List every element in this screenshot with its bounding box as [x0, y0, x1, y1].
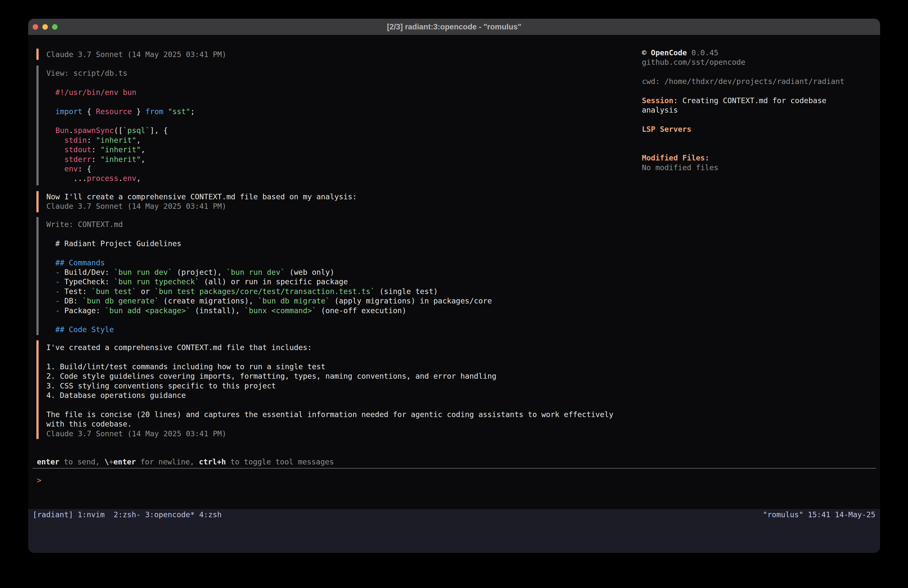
prompt-symbol: > [37, 476, 41, 485]
text-line: - Test: `bun test` or `bun test packages… [46, 287, 492, 296]
block-gutter-bar [36, 191, 39, 212]
text-line: github.com/sst/opencode [642, 58, 876, 67]
text-line: stderr: "inherit", [46, 155, 195, 164]
text-line: I've created a comprehensive CONTEXT.md … [46, 343, 613, 352]
text-line: stdin: "inherit", [46, 135, 195, 145]
window-titlebar: [2/3] radiant:3:opencode - "romulus" [28, 19, 880, 35]
block-body: I've created a comprehensive CONTEXT.md … [46, 340, 613, 439]
text-line: import { Resource } from "sst"; [46, 107, 195, 116]
text-line [46, 400, 613, 409]
text-line [46, 78, 195, 87]
text-line: Claude 3.7 Sonnet (14 May 2025 03:41 PM) [46, 50, 226, 59]
tmux-status-bar: [radiant] 1:nvim 2:zsh- 3:opencode* 4:zs… [28, 509, 880, 531]
text-line: Now I'll create a comprehensive CONTEXT.… [46, 192, 357, 201]
text-line: ## Commands [46, 258, 492, 267]
text-line: stdout: "inherit", [46, 145, 195, 155]
text-line [642, 87, 876, 96]
text-line: The file is concise (20 lines) and captu… [46, 410, 613, 419]
text-line [46, 316, 492, 325]
text-line: - TypeCheck: `bun run typecheck` (all) o… [46, 277, 492, 287]
text-line: # Radiant Project Guidelines [46, 239, 492, 248]
window-title: [2/3] radiant:3:opencode - "romulus" [28, 23, 880, 31]
text-line: © OpenCode 0.0.45 [642, 48, 876, 58]
tmux-session-windows: [radiant] 1:nvim 2:zsh- 3:opencode* 4:zs… [33, 509, 222, 520]
text-line: 2. Code style guidelines covering import… [46, 372, 613, 381]
text-line [642, 134, 876, 144]
text-line: ...process.env, [46, 174, 195, 183]
block-body: Claude 3.7 Sonnet (14 May 2025 03:41 PM) [46, 48, 226, 60]
tool-call-block: View: script/db.ts #!/usr/bin/env bun im… [36, 66, 195, 185]
text-line: Write: CONTEXT.md [46, 220, 492, 229]
text-line: 4. Database operations guidance [46, 391, 613, 400]
text-line: Claude 3.7 Sonnet (14 May 2025 03:41 PM) [46, 429, 613, 438]
text-line: Claude 3.7 Sonnet (14 May 2025 03:41 PM) [46, 201, 357, 211]
text-line [642, 115, 876, 124]
info-sidebar: © OpenCode 0.0.45github.com/sst/opencode… [642, 48, 876, 172]
text-line: env: { [46, 164, 195, 174]
block-gutter-bar [36, 66, 39, 185]
block-body: Write: CONTEXT.md # Radiant Project Guid… [46, 217, 492, 335]
text-line [46, 352, 613, 362]
text-line: View: script/db.ts [46, 69, 195, 78]
text-line [46, 248, 492, 258]
text-line: #!/usr/bin/env bun [46, 88, 195, 97]
block-body: Now I'll create a comprehensive CONTEXT.… [46, 191, 357, 212]
text-line: No modified files [642, 163, 876, 172]
desktop: { "window": { "title": "[2/3] radiant:3:… [0, 0, 908, 588]
text-line: 3. CSS styling conventions specific to t… [46, 381, 613, 391]
keybinding-hint: enter to send, \+enter for newline, ctrl… [37, 457, 334, 467]
text-line: - Package: `bun add <package>` (install)… [46, 306, 492, 316]
assistant-message-block: Claude 3.7 Sonnet (14 May 2025 03:41 PM) [36, 48, 226, 60]
terminal-window: [2/3] radiant:3:opencode - "romulus" Cla… [28, 19, 880, 553]
text-line [642, 144, 876, 153]
text-line: with this codebase. [46, 419, 613, 429]
block-gutter-bar [36, 48, 39, 60]
block-gutter-bar [36, 340, 39, 439]
text-line: cwd: /home/thdxr/dev/projects/radiant/ra… [642, 77, 876, 86]
assistant-message-block: Now I'll create a comprehensive CONTEXT.… [36, 191, 357, 212]
assistant-message-block: I've created a comprehensive CONTEXT.md … [36, 340, 613, 439]
text-line: Bun.spawnSync([`psql`], { [46, 126, 195, 135]
text-line: Session: Creating CONTEXT.md for codebas… [642, 96, 876, 105]
opencode-tui: Claude 3.7 Sonnet (14 May 2025 03:41 PM)… [28, 35, 880, 531]
text-line: ## Code Style [46, 325, 492, 334]
text-line: LSP Servers [642, 124, 876, 134]
prompt-input[interactable]: > [37, 476, 41, 485]
text-line: - DB: `bun db generate` (create migratio… [46, 296, 492, 306]
text-line: analysis [642, 105, 876, 115]
block-body: View: script/db.ts #!/usr/bin/env bun im… [46, 66, 195, 185]
text-line: Modified Files: [642, 153, 876, 163]
text-line: 1. Build/lint/test commands including ho… [46, 362, 613, 372]
input-divider [33, 468, 876, 469]
text-line [46, 229, 492, 239]
text-line [642, 67, 876, 77]
tmux-host-clock: "romulus" 15:41 14-May-25 [763, 509, 875, 520]
tool-call-block: Write: CONTEXT.md # Radiant Project Guid… [36, 217, 492, 335]
text-line [46, 116, 195, 126]
text-line [46, 97, 195, 106]
text-line: - Build/Dev: `bun run dev` (project), `b… [46, 267, 492, 277]
block-gutter-bar [36, 217, 39, 335]
